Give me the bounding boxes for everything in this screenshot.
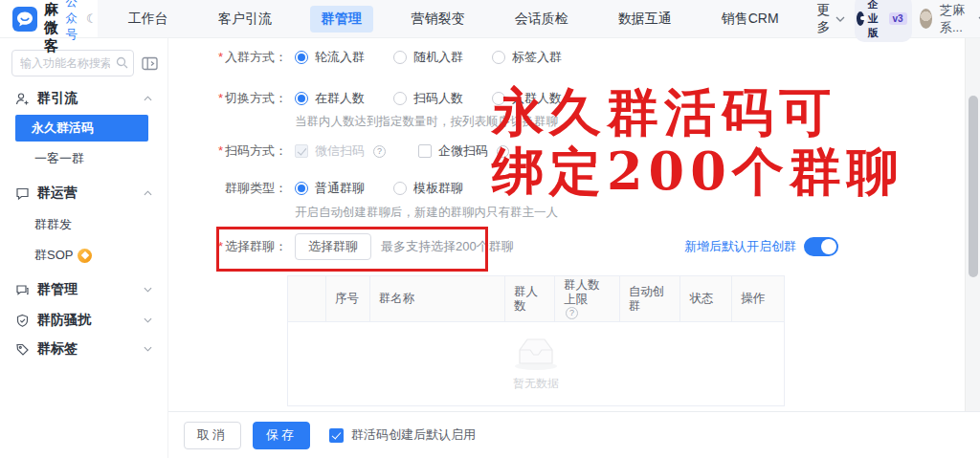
table-header-member-count: 群人数 xyxy=(505,276,555,321)
empty-box-icon xyxy=(511,337,561,371)
required-asterisk: * xyxy=(218,239,223,253)
nav-right-cluster: 企业版 v3 芝麻系... xyxy=(845,0,980,37)
nav-more-label: 更多 xyxy=(817,2,831,36)
table-header-group-name: 群名称 xyxy=(370,276,505,321)
table-header-index: 序号 xyxy=(326,276,370,321)
group-type-helper-text: 开启自动创建群聊后，新建的群聊内只有群主一人 xyxy=(295,205,558,221)
search-icon[interactable] xyxy=(116,56,128,69)
sidebar-section-group-operation[interactable]: 群运营 xyxy=(0,177,167,209)
search-box xyxy=(11,50,134,76)
field-label: *切换方式： xyxy=(168,90,287,107)
nav-item-workbench[interactable]: 工作台 xyxy=(117,6,180,33)
edition-label: 企业版 xyxy=(868,0,885,40)
sidebar-search-row xyxy=(11,50,158,76)
sidebar-item-group-mass-send[interactable]: 群群发 xyxy=(0,209,167,240)
help-icon[interactable]: ? xyxy=(566,307,578,319)
chevron-down-icon xyxy=(144,287,152,293)
main-nav: 工作台 客户引流 群管理 营销裂变 会话质检 数据互通 销售CRM 更多 xyxy=(98,0,845,37)
sidebar-section-group-tags[interactable]: 群标签 xyxy=(0,335,167,363)
cancel-button[interactable]: 取消 xyxy=(184,422,241,449)
table-header-drag xyxy=(288,276,326,321)
sidebar-section-anti-harassment[interactable]: 群防骚扰 xyxy=(0,306,167,335)
content-scrollbar-thumb[interactable] xyxy=(969,96,978,277)
nav-item-marketing-fission[interactable]: 营销裂变 xyxy=(400,6,477,33)
section-label: 群管理 xyxy=(37,281,144,298)
sidebar-section-group-management[interactable]: 群管理 xyxy=(0,273,167,306)
checkbox-option-wechat-scan: 微信扫码 ? xyxy=(295,142,386,160)
top-nav: 芝麻微客 公众号 ☾ 工作台 客户引流 群管理 营销裂变 会话质检 数据互通 销… xyxy=(0,0,980,38)
content-scrollbar-track[interactable] xyxy=(965,38,980,411)
section-label: 群引流 xyxy=(37,90,144,107)
sidebar-item-one-customer-one-group[interactable]: 一客一群 xyxy=(0,143,167,174)
radio-icon[interactable] xyxy=(492,51,505,64)
radio-checked-icon[interactable] xyxy=(295,51,308,64)
nav-item-group-management[interactable]: 群管理 xyxy=(310,6,373,33)
radio-option-join-count[interactable]: 入群人数 xyxy=(492,90,562,107)
nav-item-chat-inspection[interactable]: 会话质检 xyxy=(503,6,580,33)
checkbox-option-wecom-scan[interactable]: 企微扫码 ? xyxy=(418,142,509,160)
dark-mode-icon[interactable]: ☾ xyxy=(86,11,98,26)
checkbox-checked-disabled-icon xyxy=(295,144,308,158)
sidebar-collapse-icon[interactable] xyxy=(142,56,158,71)
chevron-down-icon xyxy=(144,317,152,323)
nav-item-data-exchange[interactable]: 数据互通 xyxy=(607,6,683,33)
vip-badge-icon xyxy=(78,249,92,263)
user-plus-icon xyxy=(15,92,30,106)
checkbox-label: 群活码创建后默认启用 xyxy=(351,426,476,444)
required-asterisk: * xyxy=(218,143,223,158)
checkbox-checked-icon[interactable] xyxy=(329,428,344,443)
chevron-up-icon xyxy=(144,96,152,101)
auto-create-toggle-switch[interactable] xyxy=(804,237,838,256)
sidebar-item-label: 群SOP xyxy=(34,247,73,264)
radio-option-rotate-join[interactable]: 轮流入群 xyxy=(295,49,365,66)
sidebar-menu: 群引流 永久群活码 一客一群 群运营 群群发 群SOP 群管理 xyxy=(0,84,167,363)
form-row-select-groups: *选择群聊： 选择群聊 最多支持选择200个群聊 xyxy=(168,233,514,260)
shield-icon xyxy=(15,314,30,328)
footer-action-bar: 取消 保存 群活码创建后默认启用 xyxy=(168,411,980,458)
edition-badge[interactable]: 企业版 v3 xyxy=(855,0,912,42)
app-logo-icon xyxy=(12,7,37,32)
sidebar-item-permanent-group-qr[interactable]: 永久群活码 xyxy=(15,115,148,142)
sidebar-item-group-sop[interactable]: 群SOP xyxy=(0,240,167,271)
help-icon[interactable]: ? xyxy=(497,145,509,158)
chevron-down-icon xyxy=(144,346,152,352)
switch-mode-helper-text: 当群内人数达到指定数量时，按列表顺序切换群聊 xyxy=(295,114,558,130)
select-groups-button[interactable]: 选择群聊 xyxy=(295,233,371,260)
radio-option-members-in-group[interactable]: 在群人数 xyxy=(295,90,365,107)
table-header-auto-create: 自动创群 xyxy=(620,276,681,321)
radio-checked-icon[interactable] xyxy=(295,92,308,105)
table-header-actions: 操作 xyxy=(732,276,784,321)
group-list-table: 序号 群名称 群人数 群人数上限? 自动创群 状态 操作 暂无数据 xyxy=(287,275,785,406)
radio-option-template-group[interactable]: 模板群聊 xyxy=(393,180,463,197)
table-header-status: 状态 xyxy=(680,276,732,321)
version-badge: v3 xyxy=(889,12,907,25)
sidebar-section-group-acquisition[interactable]: 群引流 xyxy=(0,84,167,113)
radio-option-tag-join[interactable]: 标签入群 xyxy=(492,49,562,66)
account-type-link[interactable]: 公众号 xyxy=(66,0,78,43)
radio-icon[interactable] xyxy=(393,182,407,195)
radio-icon[interactable] xyxy=(393,92,407,105)
radio-icon[interactable] xyxy=(393,51,407,64)
nav-item-sales-crm[interactable]: 销售CRM xyxy=(710,6,791,33)
nav-item-customer-acquisition[interactable]: 客户引流 xyxy=(207,6,283,33)
table-empty-state: 暂无数据 xyxy=(288,322,784,405)
field-label: *选择群聊： xyxy=(168,238,287,255)
save-button[interactable]: 保存 xyxy=(253,422,310,449)
app-title: 芝麻微客 xyxy=(44,0,59,55)
checkbox-icon[interactable] xyxy=(418,144,432,158)
toggle-label: 新增后默认开启创群 xyxy=(684,238,796,255)
sidebar: 群引流 永久群活码 一客一群 群运营 群群发 群SOP 群管理 xyxy=(0,38,168,458)
empty-text: 暂无数据 xyxy=(513,376,559,392)
user-avatar[interactable] xyxy=(920,9,932,29)
form-row-scan-mode: *扫码方式： 微信扫码 ? 企微扫码 ? xyxy=(168,142,509,161)
edition-icon xyxy=(857,11,864,26)
nav-more-menu[interactable]: 更多 xyxy=(817,2,845,36)
help-icon[interactable]: ? xyxy=(373,145,386,158)
radio-option-normal-group[interactable]: 普通群聊 xyxy=(295,180,365,197)
chevron-up-icon xyxy=(144,190,152,196)
radio-option-scan-count[interactable]: 扫码人数 xyxy=(393,90,463,107)
radio-option-random-join[interactable]: 随机入群 xyxy=(393,49,463,66)
table-header-row: 序号 群名称 群人数 群人数上限? 自动创群 状态 操作 xyxy=(288,276,784,322)
radio-icon[interactable] xyxy=(492,92,505,105)
radio-checked-icon[interactable] xyxy=(295,182,308,195)
